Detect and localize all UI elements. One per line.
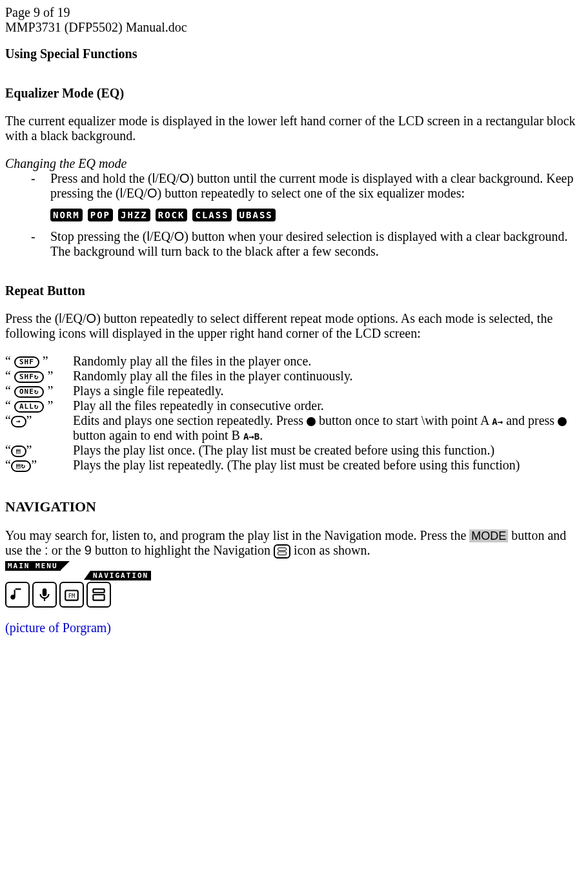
a-marker-icon: A→	[492, 416, 503, 427]
repeat-desc: Plays the play list once. (The play list…	[73, 443, 583, 458]
repeat-desc: Plays a single file repeatedly.	[73, 384, 583, 398]
menu-fm-icon: FM	[59, 582, 84, 608]
eq-badge-norm: NORM	[50, 209, 83, 221]
eq-badge-pop: POP	[88, 209, 113, 221]
navigation-paragraph: You may search for, listen to, and progr…	[5, 528, 583, 559]
repeat-desc: Plays the play list repeatedly. (The pla…	[73, 458, 583, 473]
menu-record-icon	[32, 582, 57, 608]
repeat-desc: Edits and plays one section repeatedly. …	[73, 413, 583, 443]
repeat-mode-all: “ ALL↻ ” Play all the files repeatedly i…	[5, 398, 583, 413]
navigation-menu-icon	[274, 544, 290, 559]
symbol-o: O	[86, 311, 97, 325]
shuffle-once-icon: SHF	[14, 356, 39, 368]
playlist-repeat-icon: ▤↻	[11, 460, 31, 472]
doc-title: MMP3731 (DFP5502) Manual.doc	[5, 20, 583, 35]
eq-step-1-text: Press and hold the (l/EQ/O) button until…	[50, 171, 583, 201]
repeat-mode-playlist-once: “▤” Plays the play list once. (The play …	[5, 443, 583, 458]
eq-step-2-text: Stop pressing the (l/EQ/O) button when y…	[50, 229, 583, 259]
repeat-all-icon: ALL↻	[14, 401, 45, 413]
record-dot-icon	[307, 417, 316, 426]
record-dot-icon	[558, 417, 567, 426]
picture-note: (picture of Porgram)	[5, 620, 583, 635]
repeat-desc: Randomly play all the files in the playe…	[73, 369, 583, 384]
list-dash: -	[31, 229, 50, 259]
eq-mode-badges: NORM POP JHZZ ROCK CLASS UBASS	[50, 209, 583, 221]
shuffle-repeat-icon: SHF↻	[14, 371, 45, 383]
main-menu-screenshot: MAIN MENU NAVIGATION FM	[5, 561, 583, 608]
eq-badge-rock: ROCK	[156, 209, 188, 221]
repeat-desc: Randomly play all the files in the playe…	[73, 354, 583, 369]
symbol-o: O	[179, 171, 190, 185]
repeat-mode-shf-repeat: “ SHF↻ ” Randomly play all the files in …	[5, 369, 583, 384]
symbol-9: 9	[85, 543, 92, 557]
svg-text:FM: FM	[68, 593, 75, 600]
repeat-mode-shf: “ SHF ” Randomly play all the files in t…	[5, 354, 583, 369]
ab-marker-icon: A→B	[243, 431, 259, 442]
eq-badge-ubass: UBASS	[237, 209, 276, 221]
label-triangle-icon	[84, 571, 90, 580]
mode-button-label: MODE	[469, 529, 508, 542]
page-indicator: Page 9 of 19	[5, 5, 583, 20]
menu-navigation-icon	[86, 582, 111, 608]
repeat-mode-ab: “→” Edits and plays one section repeated…	[5, 413, 583, 443]
symbol-o: O	[147, 186, 157, 200]
repeat-mode-one: “ ONE↻ ” Plays a single file repeatedly.	[5, 384, 583, 398]
repeat-intro-paragraph: Press the (l/EQ/O) button repeatedly to …	[5, 311, 583, 341]
eq-step-2: - Stop pressing the (l/EQ/O) button when…	[31, 229, 583, 259]
svg-rect-3	[93, 595, 104, 600]
symbol-o: O	[174, 229, 185, 243]
ab-section-icon: →	[11, 416, 26, 427]
playlist-once-icon: ▤	[11, 446, 26, 457]
repeat-mode-playlist-repeat: “▤↻” Plays the play list repeatedly. (Th…	[5, 458, 583, 473]
heading-eq-mode: Equalizer Mode (EQ)	[5, 86, 583, 101]
heading-repeat-button: Repeat Button	[5, 283, 583, 298]
eq-step-1: - Press and hold the (l/EQ/O) button unt…	[31, 171, 583, 201]
navigation-label: NAVIGATION	[90, 571, 151, 580]
label-triangle-icon	[61, 561, 70, 570]
heading-changing-eq: Changing the EQ mode	[5, 156, 583, 171]
eq-badge-jhzz: JHZZ	[118, 209, 150, 221]
eq-intro-paragraph: The current equalizer mode is displayed …	[5, 114, 583, 143]
menu-music-icon	[5, 582, 30, 608]
main-menu-label: MAIN MENU	[5, 561, 61, 571]
repeat-desc: Play all the files repeatedly in consecu…	[73, 398, 583, 413]
heading-navigation: NAVIGATION	[5, 498, 583, 515]
list-dash: -	[31, 171, 50, 201]
section-heading-special-functions: Using Special Functions	[5, 46, 583, 61]
repeat-one-icon: ONE↻	[14, 386, 45, 398]
svg-rect-2	[93, 590, 104, 593]
eq-badge-class: CLASS	[192, 209, 231, 221]
